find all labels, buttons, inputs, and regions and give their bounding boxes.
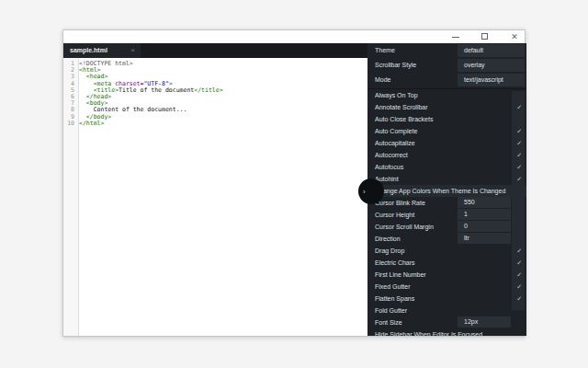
checkmark-icon: ✓ bbox=[516, 245, 522, 257]
setting-label: Auto Complete bbox=[375, 125, 417, 137]
setting-label: Always On Top bbox=[375, 89, 418, 101]
checkmark-icon: ✓ bbox=[516, 137, 522, 149]
checkmark-icon: ✓ bbox=[516, 125, 522, 137]
window-controls: ✕ bbox=[431, 30, 519, 43]
tab-title: sample.html bbox=[70, 43, 107, 58]
setting-label: Auto Close Brackets bbox=[375, 113, 433, 125]
line-number: 10 bbox=[63, 121, 79, 127]
setting-label: Autocapitalize bbox=[375, 137, 415, 149]
maximize-icon[interactable] bbox=[481, 30, 490, 43]
setting-label: Drag Drop bbox=[375, 245, 404, 257]
setting-label: Direction bbox=[375, 233, 401, 245]
code-editor[interactable]: 1<!DOCTYPE html>2<html>3 <head>4 <meta c… bbox=[63, 58, 368, 336]
setting-label: Cursor Height bbox=[375, 209, 414, 221]
checkmark-icon: ✓ bbox=[516, 257, 522, 269]
setting-row-auto-complete[interactable]: Auto Complete✓ bbox=[368, 125, 526, 137]
dropdown-rows: ThemedefaultScrollbar StyleoverlayModete… bbox=[368, 43, 526, 87]
setting-input[interactable]: 550 bbox=[458, 197, 511, 208]
setting-row-auto-close-brackets[interactable]: Auto Close Brackets bbox=[368, 113, 526, 125]
checkmark-icon: ✓ bbox=[516, 269, 522, 281]
code-line: 10</html> bbox=[63, 121, 368, 127]
setting-row-first-line-number[interactable]: First Line Number✓ bbox=[368, 269, 526, 281]
setting-label: Cursor Blink Rate bbox=[375, 197, 425, 209]
checkmark-icon: ✓ bbox=[516, 161, 522, 173]
setting-dropdown[interactable]: text/javascript bbox=[458, 74, 525, 86]
setting-row-cursor-blink-rate[interactable]: Cursor Blink Rate550 bbox=[368, 197, 526, 209]
setting-input[interactable]: ltr bbox=[458, 233, 511, 244]
tab-close-icon[interactable]: × bbox=[130, 43, 135, 58]
setting-row-autofocus[interactable]: Autofocus✓ bbox=[368, 161, 526, 173]
setting-row-change-app-colors-when-theme-is-changed[interactable]: Change App Colors When Theme Is Changed bbox=[368, 185, 526, 197]
setting-row-always-on-top[interactable]: Always On Top bbox=[368, 89, 526, 101]
checkmark-icon: ✓ bbox=[516, 293, 522, 305]
setting-label: Autofocus bbox=[375, 161, 403, 173]
code-token: </html> bbox=[79, 120, 104, 127]
setting-label: Font Size bbox=[375, 316, 402, 328]
checkmark-icon: ✓ bbox=[516, 173, 522, 185]
setting-label: Fold Gutter bbox=[375, 305, 407, 316]
code-line: 1<!DOCTYPE html> bbox=[63, 61, 368, 67]
setting-dropdown[interactable]: overlay bbox=[458, 59, 525, 72]
setting-input[interactable]: 0 bbox=[458, 221, 511, 232]
tab-bar: sample.html × bbox=[63, 43, 368, 58]
setting-row-electric-chars[interactable]: Electric Chars✓ bbox=[368, 257, 526, 269]
setting-row-annotate-scrollbar[interactable]: Annotate Scrollbar✓ bbox=[368, 101, 526, 113]
tab-sample-html[interactable]: sample.html × bbox=[63, 43, 141, 58]
setting-row-autocapitalize[interactable]: Autocapitalize✓ bbox=[368, 137, 526, 149]
setting-input[interactable]: 1 bbox=[458, 209, 511, 220]
setting-label: Autocorrect bbox=[375, 149, 408, 161]
setting-label: Mode bbox=[375, 73, 391, 87]
checkmark-icon: ✓ bbox=[516, 149, 522, 161]
checkmark-icon: ✓ bbox=[516, 281, 522, 293]
code-line: 2<html> bbox=[63, 67, 368, 74]
code-line: 6 </head> bbox=[63, 94, 368, 100]
app-window: ✕ sample.html × 1<!DOCTYPE html>2<html>3… bbox=[62, 29, 526, 337]
setting-label: Change App Colors When Theme Is Changed bbox=[375, 185, 505, 197]
code-token: </title> bbox=[194, 86, 222, 94]
setting-row-drag-drop[interactable]: Drag Drop✓ bbox=[368, 245, 526, 257]
settings-panel: ThemedefaultScrollbar StyleoverlayModete… bbox=[368, 43, 526, 336]
title-bar: ✕ bbox=[63, 30, 525, 43]
setting-row-hide-sidebar-when-editor-is-focused[interactable]: Hide Sidebar When Editor Is Focused bbox=[368, 328, 526, 336]
chevron-right-icon: › bbox=[363, 188, 366, 196]
setting-label: Theme bbox=[375, 43, 395, 58]
setting-label: Fixed Gutter bbox=[375, 281, 411, 293]
setting-input[interactable]: 12px bbox=[458, 316, 511, 328]
setting-row-cursor-scroll-margin[interactable]: Cursor Scroll Margin0 bbox=[368, 221, 526, 233]
setting-label: Cursor Scroll Margin bbox=[375, 221, 434, 233]
setting-row-font-size[interactable]: Font Size12px bbox=[368, 316, 526, 328]
code-token: Title of the document bbox=[119, 86, 194, 94]
setting-label: Electric Chars bbox=[375, 257, 415, 269]
setting-row-fixed-gutter[interactable]: Fixed Gutter✓ bbox=[368, 281, 526, 293]
setting-row-fold-gutter[interactable]: Fold Gutter bbox=[368, 305, 526, 316]
setting-label: Scrollbar Style bbox=[375, 58, 416, 73]
close-icon[interactable]: ✕ bbox=[510, 30, 519, 43]
code-line: 9 </body> bbox=[63, 114, 368, 121]
checkmark-icon: ✓ bbox=[516, 101, 522, 113]
setting-row-mode: Modetext/javascript bbox=[368, 73, 526, 87]
minimize-icon[interactable] bbox=[451, 30, 460, 43]
setting-dropdown[interactable]: default bbox=[458, 44, 525, 57]
setting-label: First Line Number bbox=[375, 269, 426, 281]
setting-row-scrollbar-style: Scrollbar Styleoverlay bbox=[368, 58, 526, 73]
setting-row-autohint[interactable]: Autohint✓ bbox=[368, 173, 526, 185]
settings-panel-toggle[interactable]: › bbox=[358, 178, 384, 204]
setting-label: Hide Sidebar When Editor Is Focused bbox=[375, 328, 482, 336]
setting-label: Annotate Scrollbar bbox=[375, 101, 428, 113]
setting-row-direction[interactable]: Directionltr bbox=[368, 233, 526, 245]
option-rows: Always On TopAnnotate Scrollbar✓Auto Clo… bbox=[368, 89, 526, 336]
code-lines: 1<!DOCTYPE html>2<html>3 <head>4 <meta c… bbox=[63, 61, 368, 127]
setting-label: Flatten Spans bbox=[375, 293, 414, 305]
setting-row-autocorrect[interactable]: Autocorrect✓ bbox=[368, 149, 526, 161]
setting-row-theme: Themedefault bbox=[368, 43, 526, 58]
setting-row-cursor-height[interactable]: Cursor Height1 bbox=[368, 209, 526, 221]
setting-row-flatten-spans[interactable]: Flatten Spans✓ bbox=[368, 293, 526, 305]
